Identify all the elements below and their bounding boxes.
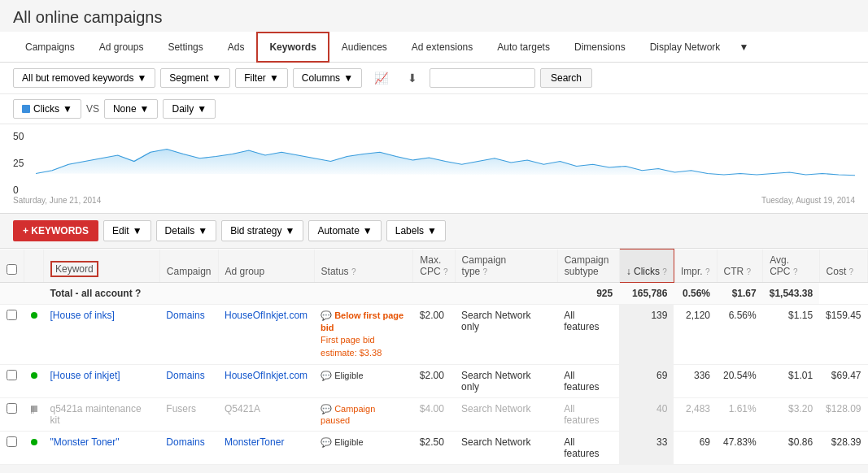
total-impr: 165,786	[619, 282, 674, 304]
row-3-status: 💬 Eligible	[314, 432, 413, 465]
ad-group-link[interactable]: HouseOfInkjet.com	[225, 370, 308, 381]
automate-chevron-icon: ▼	[363, 225, 373, 236]
row-2-cost: $128.09	[819, 398, 867, 432]
table-row: [House of inkjet]DomainsHouseOfInkjet.co…	[0, 365, 868, 398]
keyword-link[interactable]: [House of inkjet]	[50, 370, 120, 381]
row-1-dot	[24, 365, 44, 398]
metric2-btn[interactable]: None ▼	[104, 99, 159, 119]
metric1-btn[interactable]: Clicks ▼	[13, 99, 81, 119]
total-clicks: 925	[557, 282, 619, 304]
th-checkbox	[0, 250, 24, 283]
total-cb	[0, 282, 24, 304]
campaign-link[interactable]: Domains	[166, 436, 204, 448]
status-dot-green	[31, 372, 37, 379]
metric1-label: Clicks	[33, 103, 59, 115]
campaign-link[interactable]: Domains	[166, 310, 204, 321]
row-0-avg-cpc: $1.15	[763, 304, 819, 365]
segment-btn[interactable]: Segment ▼	[160, 68, 230, 88]
status-dot-pause: ||	[31, 406, 37, 412]
tab-ad-extensions[interactable]: Ad extensions	[399, 33, 485, 62]
tab-dimensions[interactable]: Dimensions	[562, 33, 638, 62]
total-label: Total - all account ?	[44, 282, 558, 304]
keyword-link[interactable]: [House of inks]	[50, 310, 115, 321]
tab-campaigns[interactable]: Campaigns	[13, 33, 87, 62]
row-0-checkbox[interactable]	[7, 310, 17, 320]
th-campaign-type: Campaigntype ?	[455, 250, 557, 283]
filter-chevron-icon: ▼	[137, 72, 146, 84]
search-button[interactable]: Search	[540, 68, 592, 88]
row-0-campaign-type: Search Network only	[455, 304, 557, 365]
ad-group-link[interactable]: MonsterToner	[225, 436, 284, 448]
th-campaign: Campaign	[159, 250, 218, 283]
labels-label: Labels	[395, 225, 424, 236]
period-label: Daily	[172, 103, 194, 115]
row-3-keyword: "Monster Toner"	[44, 432, 160, 465]
tab-more-btn[interactable]: ▼	[732, 33, 755, 61]
row-1-checkbox[interactable]	[7, 370, 17, 380]
ad-group-link[interactable]: Q5421A	[225, 403, 260, 414]
row-3-campaign-subtype: All features	[557, 432, 619, 465]
chart-svg	[36, 131, 855, 180]
status-chat-icon: 💬	[321, 310, 334, 320]
keywords-table-wrap: Keyword Campaign Ad group Status ? Max.C…	[0, 249, 868, 465]
max-cpc-value: $2.00	[413, 304, 455, 365]
tab-settings[interactable]: Settings	[155, 33, 215, 62]
chart-date-end: Tuesday, August 19, 2014	[761, 196, 855, 205]
columns-btn[interactable]: Columns ▼	[293, 68, 362, 88]
keyword-link[interactable]: "Monster Toner"	[50, 436, 120, 448]
labels-btn[interactable]: Labels ▼	[386, 220, 446, 241]
row-2-status: 💬 Campaign paused	[314, 398, 413, 432]
add-keywords-btn[interactable]: + KEYWORDS	[13, 220, 98, 241]
period-btn[interactable]: Daily ▼	[163, 99, 216, 119]
row-0-status: 💬 Below first pagebidFirst page bidestim…	[314, 304, 413, 365]
edit-btn[interactable]: Edit ▼	[103, 220, 151, 241]
chart-icon[interactable]: 📈	[367, 67, 395, 89]
clicks-help-icon: ?	[662, 267, 667, 276]
th-ctr: CTR ?	[717, 250, 763, 283]
details-btn[interactable]: Details ▼	[156, 220, 217, 241]
row-1-cost: $69.47	[819, 365, 867, 398]
row-2-impr: 2,483	[674, 398, 717, 432]
bid-strategy-btn[interactable]: Bid strategy ▼	[221, 220, 303, 241]
ad-group-link[interactable]: HouseOfInkjet.com	[225, 310, 308, 321]
row-0-ad-group: HouseOfInkjet.com	[218, 304, 314, 365]
y-label-0: 0	[13, 184, 24, 196]
row-2-cb	[0, 398, 24, 432]
row-0-impr: 2,120	[674, 304, 717, 365]
chart-inner: 50 25 0	[13, 131, 855, 196]
columns-label: Columns	[302, 72, 340, 84]
row-2-checkbox[interactable]	[7, 403, 17, 414]
row-1-status: 💬 Eligible	[314, 365, 413, 398]
tab-auto-targets[interactable]: Auto targets	[485, 33, 562, 62]
labels-chevron-icon: ▼	[427, 225, 437, 236]
total-avg-cpc: $1.67	[717, 282, 763, 304]
tab-keywords[interactable]: Keywords	[256, 32, 329, 63]
tab-ads[interactable]: Ads	[216, 33, 257, 62]
filter-btn[interactable]: Filter ▼	[235, 68, 288, 88]
download-icon[interactable]: ⬇	[400, 67, 425, 89]
total-dot	[24, 282, 44, 304]
campaign-link[interactable]: Fusers	[166, 403, 196, 414]
automate-btn[interactable]: Automate ▼	[308, 220, 381, 241]
y-axis-labels: 50 25 0	[13, 131, 24, 196]
campaign-link[interactable]: Domains	[166, 370, 204, 381]
keyword-link[interactable]: q5421a maintenance kit	[50, 403, 142, 426]
row-3-ctr: 47.83%	[717, 432, 763, 465]
tab-display-network[interactable]: Display Network	[638, 33, 733, 62]
eligible-status: Eligible	[334, 437, 363, 447]
status-dot-green	[31, 439, 37, 445]
filter-keywords-btn[interactable]: All but removed keywords ▼	[13, 68, 155, 88]
row-3-checkbox[interactable]	[7, 436, 17, 447]
select-all-checkbox[interactable]	[7, 264, 17, 275]
toolbar: All but removed keywords ▼ Segment ▼ Fil…	[0, 63, 868, 94]
th-avg-cpc: Avg.CPC ?	[763, 250, 819, 283]
row-2-ad-group: Q5421A	[218, 398, 314, 432]
tab-audiences[interactable]: Audiences	[329, 33, 399, 62]
keywords-table: Keyword Campaign Ad group Status ? Max.C…	[0, 249, 868, 465]
tab-ad-groups[interactable]: Ad groups	[87, 33, 156, 62]
keyword-search-input[interactable]	[430, 68, 535, 88]
chart-dates: Saturday, June 21, 2014 Tuesday, August …	[13, 196, 855, 205]
cost-help-icon: ?	[849, 267, 854, 276]
total-cost: $1,543.38	[763, 282, 819, 304]
automate-label: Automate	[317, 225, 359, 236]
